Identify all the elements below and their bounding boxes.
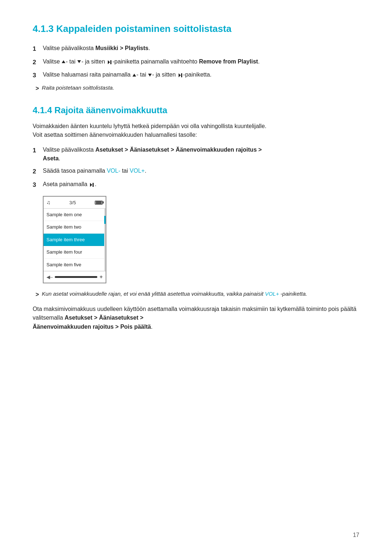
closing-paragraph: Ota maksimivoimakkuus uudelleen käyttöön… [33, 305, 359, 332]
list-num-1: 1 [33, 44, 43, 54]
footer-back-icon: ◀ [46, 274, 50, 281]
triangle-up-icon [62, 60, 65, 63]
item-label-2: Sample item two [46, 223, 81, 231]
arrow-icon: > [36, 84, 39, 93]
battery-icon [95, 201, 103, 205]
item-label-1: Sample item one [46, 211, 82, 218]
list-content-1: Valitse päävalikosta Musiikki > Playlist… [43, 44, 359, 53]
footer-plus-icon: + [99, 273, 103, 281]
track-count: 3/5 [69, 199, 76, 206]
scroll-bar [104, 209, 106, 271]
list-item-3: 3 Valitse haluamasi raita painamalla - t… [33, 70, 359, 80]
vol-plus-link: VOL+ [130, 168, 144, 174]
sub-result-413: > Raita poistetaan soittolistasta. [36, 84, 359, 93]
list-item-414-2: 2 Säädä tasoa painamalla VOL- tai VOL+. [33, 167, 359, 176]
music-note-icon: ♫ [46, 198, 50, 207]
bold-settings: Asetukset > Ääniasetukset > Äänenvoimakk… [43, 147, 262, 161]
triangle-up-icon-2 [132, 74, 136, 77]
closing-bold-1: Asetukset > Ääniasetukset > [65, 315, 143, 321]
section-414-list: 1 Valitse päävalikosta Asetukset > Äänia… [33, 145, 359, 189]
sub-result-text: Raita poistetaan soittolistasta. [42, 84, 114, 92]
list-num-3: 3 [33, 70, 43, 80]
svg-rect-1 [110, 60, 111, 64]
device-footer: ◀ – + [44, 271, 106, 283]
item-label-5: Sample item five [46, 261, 81, 268]
svg-marker-0 [108, 60, 110, 64]
list-content-414-2: Säädä tasoa painamalla VOL- tai VOL+. [43, 167, 359, 175]
list-content-3: Valitse haluamasi raita painamalla - tai… [43, 70, 359, 79]
result-note-suffix: -painiketta. [279, 291, 307, 297]
item-label-3: Sample item three [46, 236, 85, 243]
svg-rect-3 [181, 73, 182, 77]
play-pause-icon-2 [178, 71, 183, 79]
sub-result-414: > Kun asetat voimakkuudelle rajan, et vo… [36, 290, 359, 299]
closing-bold-2: Äänenvoimakkuuden rajoitus > Pois päältä [33, 324, 151, 330]
page-number: 17 [353, 531, 359, 539]
section-413-list: 1 Valitse päävalikosta Musiikki > Playli… [33, 44, 359, 80]
list-num-414-1: 1 [33, 145, 43, 155]
bold-remove: Remove from Playlist [199, 58, 258, 65]
triangle-down-icon-2 [148, 74, 152, 77]
device-list: Sample item one Sample item two Sample i… [44, 209, 106, 271]
list-num-2: 2 [33, 57, 43, 67]
list-num-414-2: 2 [33, 167, 43, 176]
list-item-selected: Sample item three [44, 234, 106, 246]
section-413-title: 4.1.3 Kappaleiden poistaminen soittolist… [33, 22, 359, 36]
play-pause-icon-3 [89, 180, 94, 189]
list-item-414-3: 3 Aseta painamalla . [33, 180, 359, 190]
list-item-1: 1 Valitse päävalikosta Musiikki > Playli… [33, 44, 359, 54]
section-414-title: 4.1.4 Rajoita äänenvoimakkuutta [33, 104, 359, 117]
svg-rect-5 [93, 183, 94, 187]
svg-marker-4 [90, 183, 92, 187]
device-scroll-indicator: Sample item one Sample item two Sample i… [44, 209, 106, 271]
intro-paragraph: Voimakkaiden äänten kuuntelu lyhyttä het… [33, 122, 359, 140]
intro-text-2: Voit asettaa soittimen äänenvoimakkuuden… [33, 132, 197, 138]
list-item: Sample item two [44, 221, 106, 234]
play-pause-icon [107, 57, 112, 66]
device-header: ♫ 3/5 [44, 197, 106, 209]
device-mockup: ♫ 3/5 Sample item one Sample item two Sa… [43, 196, 106, 283]
list-item: Sample item one [44, 209, 106, 221]
intro-text-1: Voimakkaiden äänten kuuntelu lyhyttä het… [33, 123, 266, 129]
vol-minus-link: VOL- [107, 168, 120, 174]
battery-fill [96, 201, 102, 204]
result-note-414: > Kun asetat voimakkuudelle rajan, et vo… [33, 290, 359, 299]
result-note-text: Kun asetat voimakkuudelle rajan, et voi … [42, 290, 307, 298]
bold-text: Musiikki > Playlists [95, 45, 148, 51]
footer-progress-bar [55, 276, 97, 278]
item-label-4: Sample item four [46, 249, 82, 256]
battery-body [95, 201, 103, 205]
list-content-2: Valitse - tai - ja sitten -painiketta pa… [43, 57, 359, 66]
list-num-414-3: 3 [33, 180, 43, 190]
list-item: Sample item four [44, 246, 106, 259]
list-item-414-1: 1 Valitse päävalikosta Asetukset > Äänia… [33, 145, 359, 163]
list-item-2: 2 Valitse - tai - ja sitten -painiketta … [33, 57, 359, 67]
triangle-down-icon [77, 60, 81, 63]
device-mockup-wrapper: ♫ 3/5 Sample item one Sample item two Sa… [43, 196, 359, 283]
svg-marker-2 [179, 73, 181, 77]
vol-plus-result-link: VOL+ [265, 291, 279, 297]
scroll-thumb [104, 216, 106, 224]
arrow-icon-2: > [36, 290, 39, 299]
closing-text-2: . [151, 324, 152, 330]
result-note-prefix: Kun asetat voimakkuudelle rajan, et voi … [42, 291, 265, 297]
list-item: Sample item five [44, 259, 106, 271]
list-content-414-1: Valitse päävalikosta Asetukset > Ääniase… [43, 145, 359, 163]
list-content-414-3: Aseta painamalla . [43, 180, 359, 189]
footer-dash: – [50, 274, 53, 281]
